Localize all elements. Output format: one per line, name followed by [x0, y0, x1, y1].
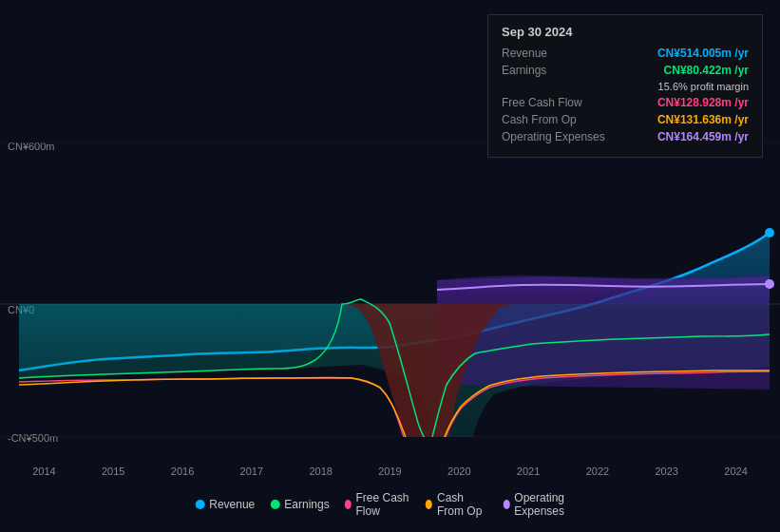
- tooltip-date: Sep 30 2024: [502, 25, 749, 39]
- tooltip: Sep 30 2024 Revenue CN¥514.005m /yr Earn…: [487, 14, 763, 158]
- legend-earnings-label: Earnings: [284, 498, 329, 511]
- chart-svg: [0, 142, 780, 437]
- x-label-2015: 2015: [102, 466, 124, 477]
- svg-point-4: [765, 279, 774, 289]
- x-label-2019: 2019: [378, 466, 401, 477]
- legend-revenue[interactable]: Revenue: [195, 498, 255, 511]
- x-label-2024: 2024: [724, 466, 747, 477]
- legend-cashfromop[interactable]: Cash From Op: [426, 491, 487, 518]
- tooltip-earnings-row: Earnings CN¥80.422m /yr: [502, 64, 749, 77]
- fcf-label: Free Cash Flow: [502, 96, 616, 109]
- x-label-2023: 2023: [655, 466, 677, 477]
- revenue-dot: [195, 500, 204, 509]
- svg-point-3: [765, 228, 774, 238]
- legend-fcf-label: Free Cash Flow: [355, 491, 410, 518]
- tooltip-fcf-row: Free Cash Flow CN¥128.928m /yr: [502, 96, 749, 109]
- chart-container: Sep 30 2024 Revenue CN¥514.005m /yr Earn…: [0, 0, 780, 532]
- legend-fcf[interactable]: Free Cash Flow: [345, 491, 411, 518]
- fcf-value: CN¥128.928m /yr: [657, 96, 749, 109]
- margin-text: 15.6% profit margin: [658, 81, 749, 92]
- cashfromop-value: CN¥131.636m /yr: [657, 113, 749, 126]
- cashfromop-label: Cash From Op: [502, 113, 616, 126]
- opex-value: CN¥164.459m /yr: [657, 130, 749, 143]
- earnings-dot: [270, 500, 279, 509]
- x-label-2020: 2020: [447, 466, 470, 477]
- legend-revenue-label: Revenue: [209, 498, 255, 511]
- x-label-2022: 2022: [586, 466, 609, 477]
- chart-legend: Revenue Earnings Free Cash Flow Cash Fro…: [195, 491, 585, 518]
- tooltip-revenue-row: Revenue CN¥514.005m /yr: [502, 47, 749, 60]
- fcf-dot: [345, 500, 352, 509]
- x-label-2014: 2014: [32, 466, 55, 477]
- earnings-value: CN¥80.422m /yr: [664, 64, 749, 77]
- revenue-label: Revenue: [502, 47, 616, 60]
- revenue-value: CN¥514.005m /yr: [657, 47, 749, 60]
- legend-cashfromop-label: Cash From Op: [437, 491, 488, 518]
- legend-earnings[interactable]: Earnings: [270, 498, 329, 511]
- legend-opex[interactable]: Operating Expenses: [503, 491, 584, 518]
- legend-opex-label: Operating Expenses: [514, 491, 584, 518]
- opex-label: Operating Expenses: [502, 130, 616, 143]
- tooltip-opex-row: Operating Expenses CN¥164.459m /yr: [502, 130, 749, 143]
- x-label-2017: 2017: [240, 466, 263, 477]
- margin-row: 15.6% profit margin: [502, 81, 749, 92]
- tooltip-cashfromop-row: Cash From Op CN¥131.636m /yr: [502, 113, 749, 126]
- opex-dot: [503, 500, 509, 509]
- x-label-2016: 2016: [171, 466, 194, 477]
- x-label-2018: 2018: [309, 466, 332, 477]
- x-axis: 2014 2015 2016 2017 2018 2019 2020 2021 …: [0, 466, 780, 477]
- x-label-2021: 2021: [517, 466, 540, 477]
- cashfromop-dot: [426, 500, 432, 509]
- earnings-label: Earnings: [502, 64, 616, 77]
